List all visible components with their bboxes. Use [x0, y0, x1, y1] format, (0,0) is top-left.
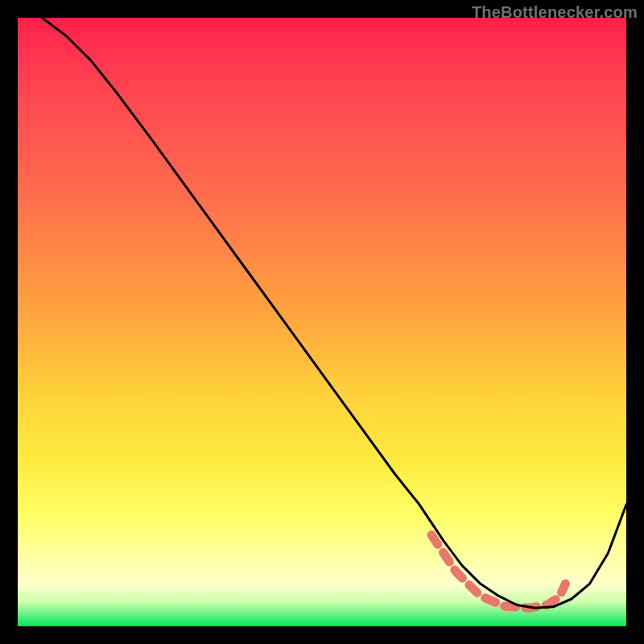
curve-layer: [18, 18, 626, 626]
chart-stage: TheBottlenecker.com: [0, 0, 644, 644]
bottleneck-curve: [42, 18, 626, 608]
plot-area: [18, 18, 626, 626]
